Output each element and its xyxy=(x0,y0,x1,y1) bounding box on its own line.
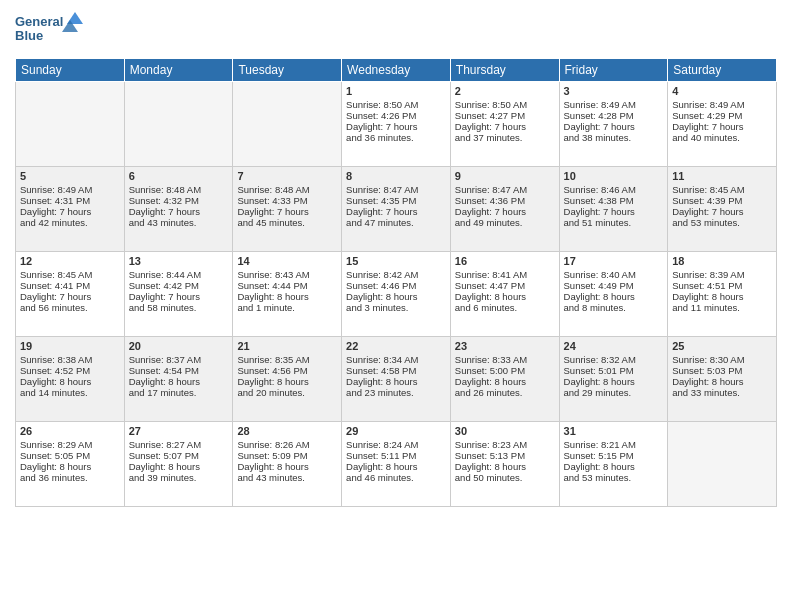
day-info-line: Daylight: 8 hours xyxy=(346,376,446,387)
calendar-cell-w2d4: 8Sunrise: 8:47 AMSunset: 4:35 PMDaylight… xyxy=(342,167,451,252)
day-info-line: and 51 minutes. xyxy=(564,217,664,228)
day-info-line: and 50 minutes. xyxy=(455,472,555,483)
day-info-line: and 53 minutes. xyxy=(672,217,772,228)
day-info-line: Sunrise: 8:47 AM xyxy=(455,184,555,195)
calendar-cell-w4d2: 20Sunrise: 8:37 AMSunset: 4:54 PMDayligh… xyxy=(124,337,233,422)
calendar-cell-w2d6: 10Sunrise: 8:46 AMSunset: 4:38 PMDayligh… xyxy=(559,167,668,252)
day-info-line: and 29 minutes. xyxy=(564,387,664,398)
day-info-line: Daylight: 8 hours xyxy=(237,461,337,472)
day-number: 29 xyxy=(346,425,446,437)
day-info-line: Sunrise: 8:30 AM xyxy=(672,354,772,365)
day-info-line: and 33 minutes. xyxy=(672,387,772,398)
calendar-cell-w1d5: 2Sunrise: 8:50 AMSunset: 4:27 PMDaylight… xyxy=(450,82,559,167)
day-info-line: Sunrise: 8:38 AM xyxy=(20,354,120,365)
calendar-cell-w4d1: 19Sunrise: 8:38 AMSunset: 4:52 PMDayligh… xyxy=(16,337,125,422)
day-info-line: Daylight: 7 hours xyxy=(20,206,120,217)
day-info-line: Daylight: 8 hours xyxy=(455,376,555,387)
day-info-line: Sunrise: 8:40 AM xyxy=(564,269,664,280)
day-info-line: Daylight: 8 hours xyxy=(346,461,446,472)
page: General Blue SundayMondayTuesdayWednesda… xyxy=(0,0,792,612)
day-info-line: and 40 minutes. xyxy=(672,132,772,143)
day-info-line: Sunrise: 8:32 AM xyxy=(564,354,664,365)
day-info-line: and 47 minutes. xyxy=(346,217,446,228)
calendar-cell-w2d3: 7Sunrise: 8:48 AMSunset: 4:33 PMDaylight… xyxy=(233,167,342,252)
weekday-header-saturday: Saturday xyxy=(668,59,777,82)
calendar-cell-w4d3: 21Sunrise: 8:35 AMSunset: 4:56 PMDayligh… xyxy=(233,337,342,422)
day-info-line: Daylight: 7 hours xyxy=(346,206,446,217)
day-info-line: Sunset: 4:41 PM xyxy=(20,280,120,291)
day-info-line: Sunset: 4:49 PM xyxy=(564,280,664,291)
day-info-line: Daylight: 8 hours xyxy=(564,291,664,302)
day-info-line: and 11 minutes. xyxy=(672,302,772,313)
day-info-line: and 38 minutes. xyxy=(564,132,664,143)
day-info-line: Sunset: 4:26 PM xyxy=(346,110,446,121)
day-info-line: and 8 minutes. xyxy=(564,302,664,313)
calendar-cell-w4d4: 22Sunrise: 8:34 AMSunset: 4:58 PMDayligh… xyxy=(342,337,451,422)
day-number: 22 xyxy=(346,340,446,352)
day-number: 1 xyxy=(346,85,446,97)
weekday-header-friday: Friday xyxy=(559,59,668,82)
day-info-line: Sunrise: 8:37 AM xyxy=(129,354,229,365)
day-info-line: Daylight: 7 hours xyxy=(20,291,120,302)
header: General Blue xyxy=(15,10,777,50)
calendar-cell-w3d7: 18Sunrise: 8:39 AMSunset: 4:51 PMDayligh… xyxy=(668,252,777,337)
day-info-line: and 1 minute. xyxy=(237,302,337,313)
day-info-line: Sunset: 4:51 PM xyxy=(672,280,772,291)
day-info-line: Daylight: 8 hours xyxy=(20,376,120,387)
calendar-cell-w3d6: 17Sunrise: 8:40 AMSunset: 4:49 PMDayligh… xyxy=(559,252,668,337)
day-number: 7 xyxy=(237,170,337,182)
day-number: 27 xyxy=(129,425,229,437)
day-info-line: Sunset: 5:15 PM xyxy=(564,450,664,461)
day-info-line: Sunrise: 8:49 AM xyxy=(20,184,120,195)
weekday-header-sunday: Sunday xyxy=(16,59,125,82)
calendar-cell-w1d4: 1Sunrise: 8:50 AMSunset: 4:26 PMDaylight… xyxy=(342,82,451,167)
calendar-cell-w1d7: 4Sunrise: 8:49 AMSunset: 4:29 PMDaylight… xyxy=(668,82,777,167)
weekday-header-wednesday: Wednesday xyxy=(342,59,451,82)
day-info-line: and 42 minutes. xyxy=(20,217,120,228)
day-number: 28 xyxy=(237,425,337,437)
calendar-cell-w3d4: 15Sunrise: 8:42 AMSunset: 4:46 PMDayligh… xyxy=(342,252,451,337)
day-info-line: Sunrise: 8:49 AM xyxy=(564,99,664,110)
day-info-line: and 3 minutes. xyxy=(346,302,446,313)
day-info-line: Sunset: 4:33 PM xyxy=(237,195,337,206)
day-info-line: Sunset: 5:09 PM xyxy=(237,450,337,461)
day-info-line: and 17 minutes. xyxy=(129,387,229,398)
day-info-line: Daylight: 8 hours xyxy=(564,376,664,387)
day-number: 12 xyxy=(20,255,120,267)
day-number: 30 xyxy=(455,425,555,437)
day-info-line: Sunset: 5:00 PM xyxy=(455,365,555,376)
day-info-line: and 45 minutes. xyxy=(237,217,337,228)
calendar-cell-w5d1: 26Sunrise: 8:29 AMSunset: 5:05 PMDayligh… xyxy=(16,422,125,507)
day-info-line: Sunrise: 8:34 AM xyxy=(346,354,446,365)
day-info-line: Sunrise: 8:44 AM xyxy=(129,269,229,280)
day-info-line: and 39 minutes. xyxy=(129,472,229,483)
day-info-line: Sunrise: 8:47 AM xyxy=(346,184,446,195)
day-number: 5 xyxy=(20,170,120,182)
calendar-cell-w4d7: 25Sunrise: 8:30 AMSunset: 5:03 PMDayligh… xyxy=(668,337,777,422)
day-number: 26 xyxy=(20,425,120,437)
day-number: 2 xyxy=(455,85,555,97)
calendar-cell-w3d2: 13Sunrise: 8:44 AMSunset: 4:42 PMDayligh… xyxy=(124,252,233,337)
day-info-line: Daylight: 8 hours xyxy=(20,461,120,472)
day-info-line: Sunrise: 8:23 AM xyxy=(455,439,555,450)
calendar-cell-w5d5: 30Sunrise: 8:23 AMSunset: 5:13 PMDayligh… xyxy=(450,422,559,507)
day-info-line: and 43 minutes. xyxy=(129,217,229,228)
calendar-cell-w1d3 xyxy=(233,82,342,167)
calendar-cell-w3d1: 12Sunrise: 8:45 AMSunset: 4:41 PMDayligh… xyxy=(16,252,125,337)
day-info-line: Sunrise: 8:24 AM xyxy=(346,439,446,450)
day-info-line: Daylight: 8 hours xyxy=(672,376,772,387)
day-info-line: Sunrise: 8:49 AM xyxy=(672,99,772,110)
day-info-line: Sunset: 4:39 PM xyxy=(672,195,772,206)
day-info-line: Sunset: 5:05 PM xyxy=(20,450,120,461)
day-info-line: and 36 minutes. xyxy=(20,472,120,483)
day-number: 14 xyxy=(237,255,337,267)
day-number: 4 xyxy=(672,85,772,97)
day-info-line: Sunrise: 8:42 AM xyxy=(346,269,446,280)
day-info-line: Sunset: 5:11 PM xyxy=(346,450,446,461)
day-info-line: Sunrise: 8:26 AM xyxy=(237,439,337,450)
day-info-line: Daylight: 8 hours xyxy=(564,461,664,472)
day-number: 6 xyxy=(129,170,229,182)
day-info-line: and 49 minutes. xyxy=(455,217,555,228)
calendar-cell-w5d2: 27Sunrise: 8:27 AMSunset: 5:07 PMDayligh… xyxy=(124,422,233,507)
calendar-week-1: 1Sunrise: 8:50 AMSunset: 4:26 PMDaylight… xyxy=(16,82,777,167)
